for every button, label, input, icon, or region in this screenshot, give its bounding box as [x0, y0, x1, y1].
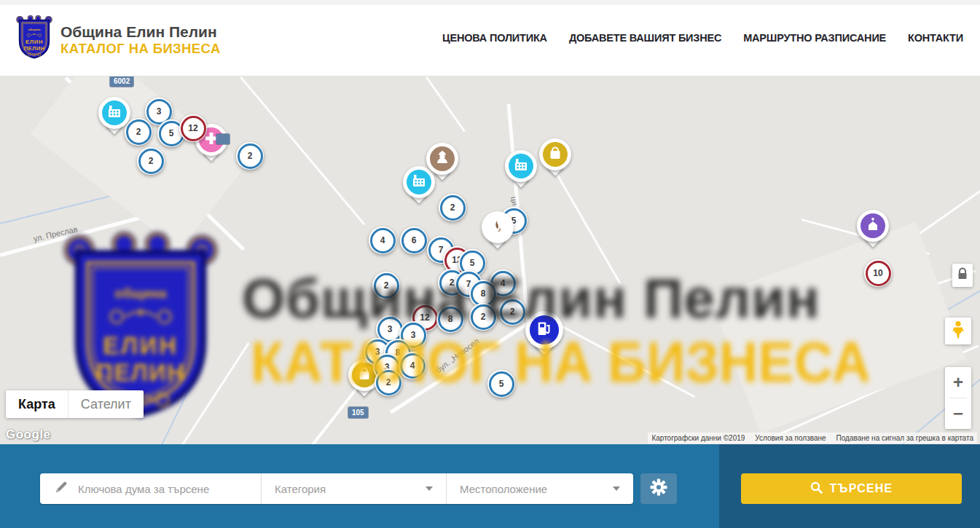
business-pin-worker[interactable]	[426, 143, 458, 186]
category-dropdown-label: Категория	[275, 483, 326, 495]
search-panel: Категория Местоположение	[40, 473, 633, 504]
search-button-label: ТЪРСЕНЕ	[830, 482, 893, 495]
church-icon	[865, 216, 881, 235]
road-number-badge: 6002	[110, 76, 133, 87]
svg-text:община: община	[28, 28, 41, 31]
cluster-marker[interactable]: 2	[375, 369, 402, 396]
cluster-count: 4	[370, 228, 396, 253]
cluster-marker[interactable]: 2	[372, 272, 400, 299]
map-copyright: Картографски данни ©2019	[651, 434, 745, 442]
business-pin-factory[interactable]	[98, 97, 130, 141]
advanced-settings-button[interactable]	[640, 473, 677, 504]
cluster-count: 2	[238, 143, 263, 169]
chevron-down-icon	[613, 486, 620, 491]
terms-link[interactable]: Условия за ползване	[755, 434, 826, 442]
zoom-control: + −	[945, 367, 971, 429]
cluster-count: 2	[138, 149, 164, 174]
zoom-in-button[interactable]: +	[945, 367, 971, 398]
chevron-down-icon	[426, 486, 433, 491]
gear-icon	[650, 478, 667, 499]
keyword-search-input[interactable]	[77, 482, 247, 496]
report-error-link[interactable]: Подаване на сигнал за грешка в картата	[836, 434, 973, 442]
flame-icon	[490, 218, 506, 237]
nav-contacts[interactable]: КОНТАКТИ	[908, 32, 963, 44]
nav-pricing-policy[interactable]: ЦЕНОВА ПОЛИТИКА	[442, 32, 547, 44]
search-bar: Категория Местоположение	[0, 444, 980, 528]
lock-icon	[957, 267, 968, 283]
site-title: Община Елин Пелин	[60, 23, 221, 42]
site-logo[interactable]: община ЕЛИН ПЕЛИН Община Елин Пелин КАТА…	[16, 15, 221, 65]
map-attribution: Картографски данни ©2019 Условия за полз…	[648, 433, 977, 444]
nav-add-your-business[interactable]: ДОБАВЕТЕ ВАШИЯТ БИЗНЕС	[569, 32, 721, 44]
cluster-count: 6	[401, 228, 427, 253]
header: община ЕЛИН ПЕЛИН Община Елин Пелин КАТА…	[0, 0, 980, 76]
cluster-count: 4	[400, 353, 426, 379]
location-dropdown[interactable]: Местоположение	[446, 473, 633, 504]
cluster-marker[interactable]: 12	[179, 114, 207, 142]
google-logo[interactable]: Google	[6, 427, 51, 442]
lock-scroll-button[interactable]	[952, 264, 973, 287]
cluster-marker[interactable]: 2	[236, 142, 264, 170]
svg-text:ЕЛИН: ЕЛИН	[103, 332, 179, 359]
keyword-section	[40, 473, 261, 504]
cluster-marker[interactable]: 2	[439, 194, 466, 221]
street-label: ци	[509, 196, 520, 206]
cluster-marker[interactable]: 4	[369, 226, 396, 254]
business-pin-church[interactable]	[857, 210, 889, 253]
cluster-count: 2	[471, 304, 496, 330]
cluster-marker[interactable]: 8	[436, 305, 464, 333]
worker-icon	[434, 149, 450, 168]
cluster-count: 10	[866, 261, 891, 286]
street-view-pegman-button[interactable]	[945, 318, 971, 344]
svg-text:ПЕЛИН: ПЕЛИН	[96, 359, 186, 386]
nav-route-schedule[interactable]: МАРШРУТНО РАЗПИСАНИЕ	[743, 32, 886, 44]
business-pin-factory[interactable]	[505, 150, 537, 194]
cluster-count: 5	[489, 371, 514, 397]
cluster-marker[interactable]: 10	[864, 259, 892, 287]
cluster-count: 12	[181, 116, 206, 141]
cluster-marker[interactable]: 2	[498, 298, 526, 326]
cluster-count: 2	[374, 273, 399, 299]
page: 23251222546713522748221283338342510 6002…	[0, 0, 980, 528]
map-type-map-button[interactable]: Карта	[6, 390, 68, 418]
road-number-badge	[216, 134, 230, 144]
shopping-bag-icon	[356, 366, 372, 385]
site-subtitle: КАТАЛОГ НА БИЗНЕСА	[60, 41, 221, 57]
map-canvas[interactable]: 23251222546713522748221283338342510 6002…	[0, 76, 980, 444]
factory-icon	[513, 157, 529, 176]
location-dropdown-label: Местоположение	[460, 483, 547, 495]
business-pin-shopping-bag[interactable]	[539, 138, 571, 182]
zoom-out-button[interactable]: −	[945, 398, 971, 429]
cluster-marker[interactable]: 6	[400, 226, 428, 254]
business-pin-flame[interactable]	[482, 211, 514, 255]
shopping-bag-icon	[547, 145, 563, 164]
business-pin-fuel-pump[interactable]	[525, 311, 563, 363]
svg-text:ПЕЛИН: ПЕЛИН	[24, 45, 45, 52]
cluster-marker[interactable]: 2	[469, 303, 497, 331]
category-dropdown[interactable]: Категория	[261, 473, 446, 504]
cluster-count: 2	[440, 195, 466, 221]
map-type-control: Карта Сателит	[6, 390, 144, 418]
factory-icon	[106, 103, 122, 122]
search-button[interactable]: ТЪРСЕНЕ	[741, 473, 962, 504]
cluster-count: 8	[438, 307, 463, 332]
cluster-marker[interactable]: 2	[137, 147, 165, 175]
cluster-count: 2	[376, 370, 401, 395]
road-number-badge: 105	[348, 407, 368, 418]
pegman-icon	[950, 320, 966, 342]
cluster-count: 2	[500, 299, 525, 325]
map-type-satellite-button[interactable]: Сателит	[68, 390, 144, 418]
cluster-marker[interactable]: 5	[487, 370, 515, 398]
svg-text:община: община	[114, 285, 167, 301]
municipality-crest-icon: община ЕЛИН ПЕЛИН	[16, 15, 52, 65]
factory-icon	[411, 173, 427, 192]
svg-text:ЕЛИН: ЕЛИН	[26, 39, 43, 45]
fuel-pump-icon	[535, 319, 554, 342]
cluster-marker[interactable]: 4	[399, 352, 426, 379]
search-icon	[810, 481, 823, 497]
main-nav: ЦЕНОВА ПОЛИТИКА ДОБАВЕТЕ ВАШИЯТ БИЗНЕС М…	[442, 0, 963, 76]
pencil-icon	[55, 481, 68, 497]
